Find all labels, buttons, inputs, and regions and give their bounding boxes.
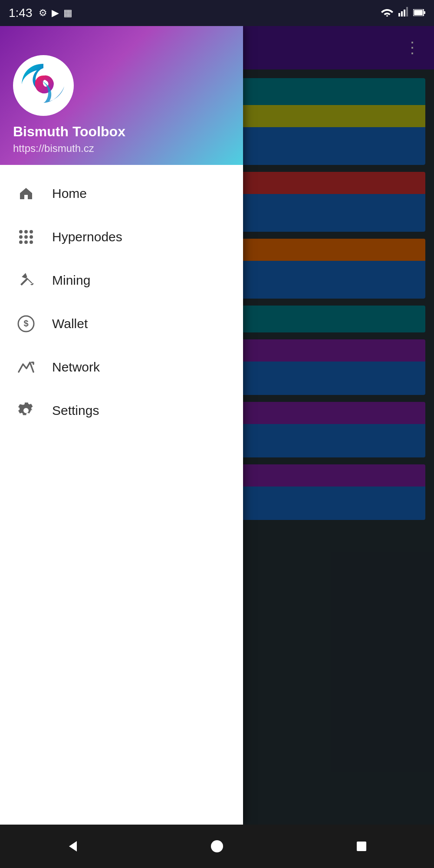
sim-icon: ▦ (63, 7, 72, 19)
svg-point-10 (30, 230, 33, 233)
wallet-icon: $ (16, 313, 36, 334)
hypernodes-icon (16, 227, 36, 247)
status-icons: ⚙ ▶ ▦ (39, 7, 72, 19)
recents-button[interactable] (344, 829, 379, 864)
svg-rect-4 (406, 7, 408, 16)
status-bar-left: 1:43 ⚙ ▶ ▦ (9, 6, 72, 20)
back-button[interactable] (55, 829, 90, 864)
svg-rect-6 (414, 10, 423, 15)
status-time: 1:43 (9, 6, 33, 20)
sidebar-item-settings[interactable]: Settings (0, 389, 243, 432)
bismuth-logo-icon (17, 59, 69, 112)
sidebar-item-wallet[interactable]: $ Wallet (0, 302, 243, 345)
sidebar-item-hypernodes-label: Hypernodes (52, 230, 122, 244)
navigation-bar (0, 825, 434, 868)
svg-point-20 (211, 840, 223, 852)
sidebar-item-settings-label: Settings (52, 403, 99, 418)
sidebar-item-home[interactable]: Home (0, 172, 243, 215)
svg-text:$: $ (23, 319, 28, 328)
svg-point-11 (19, 235, 23, 239)
sidebar-item-mining-label: Mining (52, 273, 90, 288)
svg-point-12 (24, 235, 28, 239)
navigation-drawer: Bismuth Toolbox https://bismuth.cz Home (0, 26, 243, 825)
sidebar-item-hypernodes[interactable]: Hypernodes (0, 215, 243, 259)
svg-point-8 (19, 230, 23, 233)
svg-rect-3 (404, 10, 405, 16)
home-button[interactable] (200, 829, 234, 864)
svg-rect-21 (357, 842, 366, 851)
battery-icon (413, 7, 425, 19)
svg-rect-7 (424, 11, 425, 14)
svg-point-0 (386, 15, 388, 16)
settings-gear-icon (16, 400, 36, 421)
wifi-icon (381, 7, 393, 19)
svg-point-9 (24, 230, 28, 233)
svg-point-14 (19, 240, 23, 244)
play-icon: ▶ (52, 7, 59, 19)
status-bar-right (381, 7, 425, 19)
svg-point-13 (30, 235, 33, 239)
settings-icon: ⚙ (39, 7, 47, 19)
svg-point-16 (30, 240, 33, 244)
sidebar-item-network-label: Network (52, 360, 100, 375)
sidebar-item-home-label: Home (52, 186, 87, 201)
sidebar-item-mining[interactable]: Mining (0, 259, 243, 302)
svg-rect-2 (401, 11, 403, 16)
drawer-header: Bismuth Toolbox https://bismuth.cz (0, 26, 243, 165)
drawer-menu: Home Hypernodes (0, 165, 243, 825)
avatar (13, 55, 74, 116)
sidebar-item-wallet-label: Wallet (52, 316, 88, 331)
svg-point-15 (24, 240, 28, 244)
app-name: Bismuth Toolbox (13, 124, 230, 140)
svg-rect-1 (398, 13, 400, 16)
signal-icon (398, 7, 408, 19)
network-icon (16, 357, 36, 378)
status-bar: 1:43 ⚙ ▶ ▦ (0, 0, 434, 26)
wrench-icon (16, 270, 36, 291)
svg-marker-19 (69, 841, 77, 852)
app-url: https://bismuth.cz (13, 142, 230, 155)
home-icon (16, 183, 36, 204)
sidebar-item-network[interactable]: Network (0, 345, 243, 389)
